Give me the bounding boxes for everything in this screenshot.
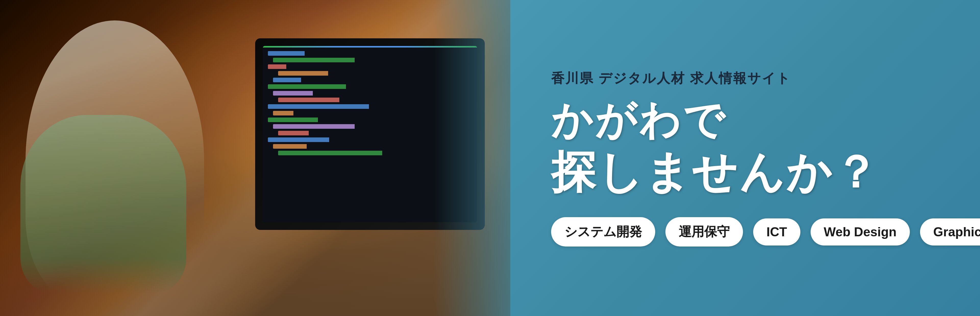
main-heading-line2: 探しませんか？: [551, 148, 950, 197]
main-heading-line1: かがわで: [551, 97, 950, 142]
photo-background: [0, 0, 510, 316]
tag-badge-system-dev[interactable]: システム開発: [551, 217, 655, 246]
tag-badge-ops[interactable]: 運用保守: [665, 217, 743, 246]
tag-badge-graphic[interactable]: Graphic: [920, 219, 980, 246]
tag-badge-web-design[interactable]: Web Design: [811, 219, 910, 246]
banner-container: 香川県 デジタル人材 求人情報サイト かがわで 探しませんか？ システム開発運用…: [0, 0, 980, 316]
tag-badge-ict[interactable]: ICT: [753, 219, 800, 246]
right-content-section: 香川県 デジタル人材 求人情報サイト かがわで 探しませんか？ システム開発運用…: [510, 0, 980, 316]
tags-container: システム開発運用保守ICTWeb DesignGraphic: [551, 217, 950, 246]
photo-dark-overlay: [0, 0, 510, 316]
site-subtitle: 香川県 デジタル人材 求人情報サイト: [551, 70, 950, 87]
hero-photo-section: [0, 0, 510, 316]
